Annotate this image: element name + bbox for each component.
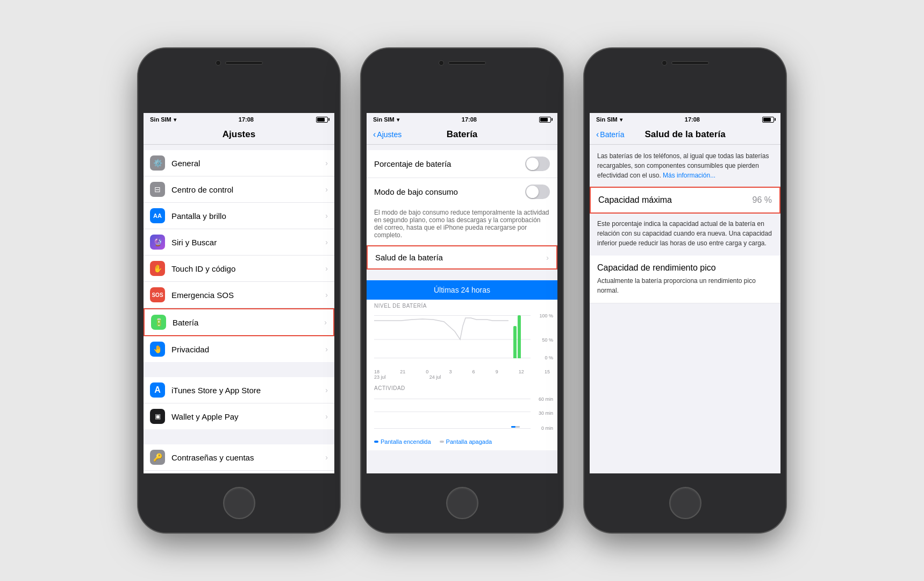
list-item-correo[interactable]: ✉ Correo › (144, 471, 334, 473)
list-item-contrasenas[interactable]: 🔑 Contraseñas y cuentas › (144, 444, 334, 471)
wifi-icon-1: ▾ (174, 117, 176, 123)
list-item-itunes[interactable]: A iTunes Store y App Store › (144, 377, 334, 403)
battery-bar-1 (513, 326, 517, 358)
camera-area-2 (439, 60, 486, 66)
battery-bar-2 (518, 315, 521, 358)
phone-2: Sin SIM ▾ 17:08 ‹ Ajustes Batería Por (361, 48, 563, 533)
label-wallet: Wallet y Apple Pay (171, 412, 325, 421)
graph-section: Últimas 24 horas NIVEL DE BATERÍA 100 % … (367, 280, 557, 450)
label-general: General (171, 159, 325, 168)
y-label-50: 50 % (542, 337, 553, 343)
back-btn-2[interactable]: ‹ Ajustes (373, 130, 402, 139)
battery-icon-3 (762, 117, 774, 123)
toggle-label-porcentaje: Porcentaje de batería (374, 159, 451, 168)
icon-centro: ⊟ (150, 182, 165, 197)
icon-touch: ✋ (150, 261, 165, 276)
activity-graph-area: 60 min 30 min 0 min (367, 392, 557, 435)
page-title-3: Salud de la batería (644, 129, 725, 140)
list-item-emergencia[interactable]: SOS Emergencia SOS › (144, 282, 334, 308)
phone-top-2 (361, 48, 563, 113)
list-item-pantalla[interactable]: AA Pantalla y brillo › (144, 203, 334, 229)
icon-contrasenas: 🔑 (150, 450, 165, 465)
legend-row: Pantalla encendida Pantalla apagada (367, 435, 557, 450)
icon-wallet: ▣ (150, 409, 165, 424)
status-bar-1: Sin SIM ▾ 17:08 (144, 113, 334, 125)
list-item-wallet[interactable]: ▣ Wallet y Apple Pay › (144, 403, 334, 429)
x-labels-row: 18 21 0 3 6 9 12 15 (367, 369, 557, 374)
label-bateria: Batería (173, 318, 324, 327)
x-label-15: 15 (545, 369, 550, 374)
toggle-bajo[interactable] (525, 185, 550, 199)
speaker-bar-3 (671, 61, 709, 65)
back-chevron-3: ‹ (596, 130, 599, 139)
label-itunes: iTunes Store y App Store (171, 386, 325, 395)
health-desc: Las baterías de los teléfonos, al igual … (590, 145, 780, 187)
x-label-18: 18 (374, 369, 379, 374)
carrier-2: Sin SIM (373, 116, 395, 123)
phone-top-1 (138, 48, 340, 113)
x-date-24: 24 jul (429, 374, 441, 380)
y-label-100: 100 % (539, 313, 553, 318)
screen-2: Sin SIM ▾ 17:08 ‹ Ajustes Batería Por (367, 113, 557, 473)
label-privacidad: Privacidad (171, 345, 325, 354)
phone-top-3 (584, 48, 786, 113)
chevron-contrasenas: › (325, 453, 328, 462)
label-emergencia: Emergencia SOS (171, 290, 325, 300)
home-button-1[interactable] (223, 487, 255, 519)
label-touch: Touch ID y código (171, 264, 325, 273)
salud-row[interactable]: Salud de la batería › (367, 245, 557, 270)
nav-header-3: ‹ Batería Salud de la batería (590, 125, 780, 145)
icon-bateria: 🔋 (151, 315, 166, 330)
home-button-3[interactable] (669, 487, 701, 519)
toggle-row-porcentaje[interactable]: Porcentaje de batería (367, 150, 557, 178)
chevron-wallet: › (325, 412, 328, 421)
wifi-icon-2: ▾ (397, 117, 399, 123)
label-pantalla: Pantalla y brillo (171, 211, 325, 221)
x-date-row: 23 jul 24 jul (367, 374, 557, 382)
toggle-row-bajo[interactable]: Modo de bajo consumo (367, 178, 557, 206)
battery-fill-3 (763, 118, 771, 122)
status-right-3 (762, 117, 774, 123)
status-right-1 (316, 117, 328, 123)
bottom-bar-1 (138, 473, 340, 533)
settings-list-1: ⚙️ General › ⊟ Centro de control › AA Pa… (144, 150, 334, 362)
toggle-knob-bajo (526, 186, 539, 198)
toggle-porcentaje[interactable] (525, 157, 550, 171)
label-contrasenas: Contraseñas y cuentas (171, 453, 325, 462)
gap-b1 (367, 145, 557, 150)
x-label-0: 0 (426, 369, 428, 374)
salud-label: Salud de la batería (375, 253, 443, 262)
list-item-bateria[interactable]: 🔋 Batería › (144, 308, 334, 336)
carrier-1: Sin SIM (150, 116, 171, 123)
legend-label-on: Pantalla encendida (381, 438, 431, 445)
home-button-2[interactable] (446, 487, 478, 519)
camera-area-1 (216, 60, 263, 66)
graph-tab-24h[interactable]: Últimas 24 horas (367, 280, 557, 300)
battery-section-toggles: Porcentaje de batería Modo de bajo consu… (367, 150, 557, 245)
activity-label: ACTIVIDAD (367, 382, 557, 392)
list-item-general[interactable]: ⚙️ General › (144, 150, 334, 176)
perf-label: Capacidad de rendimiento pico (597, 263, 773, 273)
screen-3: Sin SIM ▾ 17:08 ‹ Batería Salud de la ba… (590, 113, 780, 473)
health-link[interactable]: Más información... (663, 172, 715, 179)
capacity-value: 96 % (753, 195, 772, 205)
act-y-0: 0 min (541, 426, 553, 431)
act-y-30: 30 min (539, 410, 553, 416)
icon-emergencia: SOS (150, 287, 165, 302)
list-item-privacidad[interactable]: 🤚 Privacidad › (144, 336, 334, 362)
back-btn-3[interactable]: ‹ Batería (596, 130, 624, 139)
list-item-centro[interactable]: ⊟ Centro de control › (144, 176, 334, 203)
label-siri: Siri y Buscar (171, 238, 325, 247)
chevron-pantalla: › (325, 211, 328, 220)
icon-pantalla: AA (150, 208, 165, 223)
toggle-label-bajo: Modo de bajo consumo (374, 187, 458, 196)
act-line-0 (374, 428, 531, 429)
list-item-siri[interactable]: 🔮 Siri y Buscar › (144, 229, 334, 256)
chevron-privacidad: › (325, 345, 328, 353)
capacity-row: Capacidad máxima 96 % (591, 188, 779, 212)
list-item-touch[interactable]: ✋ Touch ID y código › (144, 256, 334, 282)
time-1: 17:08 (239, 116, 254, 123)
capacity-desc: Este porcentaje indica la capacidad actu… (590, 214, 780, 256)
chevron-bateria: › (324, 318, 327, 327)
perf-row: Capacidad de rendimiento pico Actualment… (590, 256, 780, 303)
